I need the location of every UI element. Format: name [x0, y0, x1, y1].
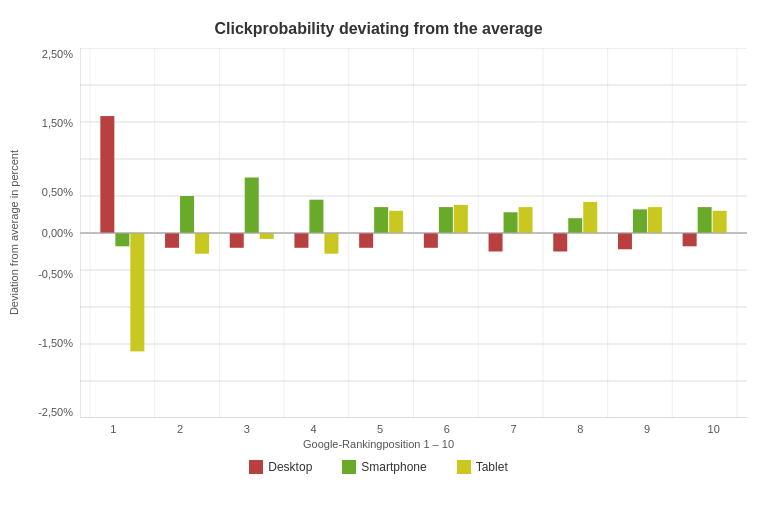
svg-rect-47 [633, 209, 647, 233]
svg-rect-43 [553, 233, 567, 252]
legend-tablet: Tablet [457, 460, 508, 474]
y-label-250: 2,50% [18, 48, 73, 60]
svg-rect-48 [648, 207, 662, 233]
legend-smartphone-box [342, 460, 356, 474]
legend-tablet-box [457, 460, 471, 474]
svg-rect-37 [424, 233, 438, 248]
svg-rect-27 [195, 233, 209, 254]
svg-rect-28 [230, 233, 244, 248]
legend-tablet-label: Tablet [476, 460, 508, 474]
legend-desktop: Desktop [249, 460, 312, 474]
svg-rect-29 [245, 178, 259, 234]
svg-rect-34 [359, 233, 373, 248]
x-label-3: 3 [213, 423, 280, 435]
svg-rect-33 [324, 233, 338, 254]
chart-title: Clickprobability deviating from the aver… [10, 20, 747, 38]
y-label-150: 1,50% [18, 117, 73, 129]
y-label-n250: -2,50% [18, 406, 73, 418]
svg-rect-41 [504, 212, 518, 233]
chart-container: Clickprobability deviating from the aver… [0, 0, 757, 530]
svg-rect-31 [294, 233, 308, 248]
y-label-000: 0,00% [18, 227, 73, 239]
x-label-10: 10 [680, 423, 747, 435]
y-label-n050: -0,50% [18, 268, 73, 280]
x-label-2: 2 [147, 423, 214, 435]
legend-desktop-label: Desktop [268, 460, 312, 474]
svg-rect-24 [130, 233, 144, 351]
x-labels: 1 2 3 4 5 6 7 8 9 10 [80, 423, 747, 435]
y-label-n150: -1,50% [18, 337, 73, 349]
svg-rect-45 [583, 202, 597, 233]
legend-desktop-box [249, 460, 263, 474]
chart-svg [80, 48, 747, 418]
svg-rect-49 [683, 233, 697, 246]
svg-rect-39 [454, 205, 468, 233]
x-label-5: 5 [347, 423, 414, 435]
x-label-4: 4 [280, 423, 347, 435]
y-label-050: 0,50% [18, 186, 73, 198]
svg-rect-42 [519, 207, 533, 233]
svg-rect-44 [568, 218, 582, 233]
svg-rect-25 [165, 233, 179, 248]
svg-rect-26 [180, 196, 194, 233]
svg-rect-22 [100, 116, 114, 233]
svg-rect-51 [713, 211, 727, 233]
legend-smartphone: Smartphone [342, 460, 426, 474]
svg-rect-40 [489, 233, 503, 252]
svg-rect-38 [439, 207, 453, 233]
x-label-9: 9 [614, 423, 681, 435]
svg-rect-36 [389, 211, 403, 233]
x-label-7: 7 [480, 423, 547, 435]
x-axis-title: Google-Rankingposition 1 – 10 [10, 438, 747, 450]
legend: Desktop Smartphone Tablet [10, 460, 747, 474]
svg-rect-30 [260, 233, 274, 239]
svg-rect-32 [309, 200, 323, 233]
x-label-8: 8 [547, 423, 614, 435]
svg-rect-50 [698, 207, 712, 233]
x-label-1: 1 [80, 423, 147, 435]
svg-rect-35 [374, 207, 388, 233]
svg-rect-23 [115, 233, 129, 246]
legend-smartphone-label: Smartphone [361, 460, 426, 474]
x-label-6: 6 [414, 423, 481, 435]
svg-rect-46 [618, 233, 632, 249]
